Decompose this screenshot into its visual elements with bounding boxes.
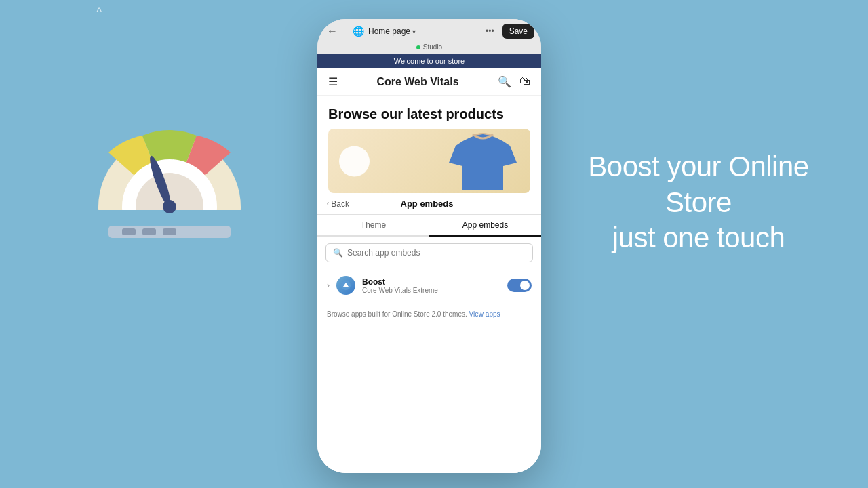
- studio-dot: [416, 45, 420, 49]
- product-heading: Browse our latest products: [328, 106, 530, 122]
- product-circle: [339, 146, 370, 176]
- search-box: 🔍: [326, 243, 533, 262]
- boost-item-chevron-icon[interactable]: ›: [327, 281, 330, 290]
- tab-app-embeds[interactable]: App embeds: [429, 215, 541, 235]
- back-button[interactable]: ←: [324, 23, 340, 39]
- boost-toggle[interactable]: [507, 279, 532, 292]
- boost-list-item: › Boost Core Web Vitals Extreme: [317, 269, 541, 302]
- cart-icon[interactable]: 🛍: [519, 75, 530, 88]
- panel-back-link[interactable]: ‹ Back: [327, 199, 349, 209]
- dropdown-arrow-icon[interactable]: ▾: [412, 28, 416, 35]
- boost-app-name: Boost: [362, 277, 500, 287]
- nav-icons: 🔍 🛍: [498, 75, 530, 88]
- search-icon[interactable]: 🔍: [498, 75, 511, 88]
- tabs-container: Theme App embeds: [317, 215, 541, 237]
- tab-theme[interactable]: Theme: [317, 215, 429, 235]
- boost-app-icon: [336, 276, 355, 295]
- speedometer-illustration: [88, 119, 251, 281]
- studio-badge: Studio: [416, 43, 442, 51]
- store-banner: Welcome to our store: [317, 54, 541, 68]
- chevron-up-icon: ^: [96, 5, 102, 20]
- phone-mockup: ← 🌐 Home page ▾ ••• Save Studio Welcome …: [317, 19, 541, 473]
- svg-rect-9: [163, 228, 176, 235]
- boost-app-subtitle: Core Web Vitals Extreme: [362, 287, 500, 294]
- phone-screen: Welcome to our store ☰ Core Web Vitals 🔍…: [317, 54, 541, 473]
- boost-headline: Boost your Online Store just one touch: [570, 149, 827, 256]
- search-input[interactable]: [347, 248, 526, 258]
- page-name: Home page: [368, 26, 410, 36]
- footer-note: Browse apps built for Online Store 2.0 t…: [317, 302, 541, 473]
- boost-headline-container: Boost your Online Store just one touch: [570, 149, 827, 256]
- store-name: Core Web Vitals: [376, 76, 458, 88]
- more-button[interactable]: •••: [486, 26, 494, 36]
- back-chevron-icon: ‹: [327, 200, 329, 207]
- product-section: Browse our latest products: [317, 96, 541, 193]
- save-button[interactable]: Save: [502, 24, 534, 39]
- product-image: [328, 129, 530, 193]
- boost-item-info: Boost Core Web Vitals Extreme: [362, 277, 500, 294]
- globe-icon: 🌐: [353, 26, 364, 37]
- phone-top-bar: ← 🌐 Home page ▾ ••• Save Studio: [317, 19, 541, 54]
- svg-rect-8: [142, 228, 156, 235]
- search-magnifier-icon: 🔍: [333, 248, 343, 258]
- search-container: 🔍: [317, 237, 541, 269]
- store-nav: ☰ Core Web Vitals 🔍 🛍: [317, 68, 541, 96]
- panel-title: App embeds: [349, 199, 505, 209]
- svg-rect-7: [122, 228, 136, 235]
- panel-header: ‹ Back App embeds: [317, 193, 541, 215]
- menu-icon[interactable]: ☰: [328, 75, 338, 88]
- view-apps-link[interactable]: View apps: [469, 310, 500, 318]
